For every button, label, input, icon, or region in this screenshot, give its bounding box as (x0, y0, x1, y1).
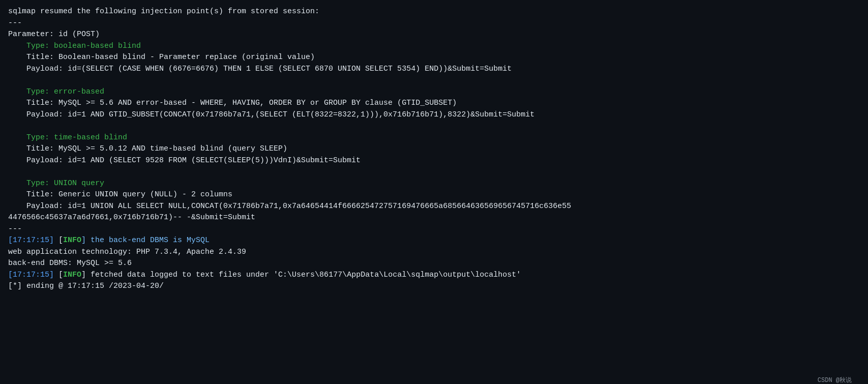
text-segment: Payload: id=1 UNION ALL SELECT NULL,CONC… (8, 202, 571, 211)
output-line-4: Type: boolean-based blind (8, 41, 860, 52)
info-tag-2: INFO (63, 271, 81, 279)
output-line-10: Payload: id=1 AND GTID_SUBSET(CONCAT(0x7… (8, 109, 860, 121)
text-segment: Type: boolean-based blind (8, 42, 141, 50)
text-segment: Type: UNION query (8, 179, 104, 188)
text-segment: Type: error-based (8, 87, 104, 96)
output-line-18b: 4476566c45637a7a6d7661,0x716b716b71)-- -… (8, 212, 860, 224)
timestamp-1: [17:17:15] (8, 236, 54, 245)
info-tag-1: INFO (63, 236, 81, 245)
text-segment: Payload: id=1 AND GTID_SUBSET(CONCAT(0x7… (8, 110, 534, 119)
text-segment: Payload: id=1 AND (SELECT 9528 FROM (SEL… (8, 156, 361, 165)
output-line-3: Parameter: id (POST) (8, 29, 860, 41)
text-segment: Title: MySQL >= 5.0.12 AND time-based bl… (8, 144, 287, 153)
output-line-22: back-end DBMS: MySQL >= 5.6 (8, 258, 860, 270)
output-line-9: Title: MySQL >= 5.6 AND error-based - WH… (8, 98, 860, 109)
output-line-23: [17:17:15] [INFO] fetched data logged to… (8, 270, 860, 281)
terminal-window: sqlmap resumed the following injection p… (8, 6, 860, 384)
watermark: CSDN @秋说 (818, 376, 852, 384)
output-line-14: Payload: id=1 AND (SELECT 9528 FROM (SEL… (8, 155, 860, 167)
output-line-16: Type: UNION query (8, 178, 860, 190)
text-segment: [*] ending @ 17:17:15 /2023-04-20/ (8, 282, 164, 290)
output-line-2: --- (8, 18, 860, 29)
output-line-24: [*] ending @ 17:17:15 /2023-04-20/ (8, 281, 860, 292)
output-line-12: Type: time-based blind (8, 132, 860, 144)
text-segment: --- (8, 19, 22, 27)
output-line-19: --- (8, 224, 860, 235)
output-line-20: [17:17:15] [INFO] the back-end DBMS is M… (8, 235, 860, 247)
output-line-blank3 (8, 166, 860, 178)
text-segment: Type: time-based blind (8, 133, 127, 142)
text-segment: ] fetched data logged to text files unde… (81, 271, 521, 279)
text-segment: Title: Boolean-based blind - Parameter r… (8, 53, 315, 62)
text-segment: Title: MySQL >= 5.6 AND error-based - WH… (8, 99, 457, 107)
output-line-21: web application technology: PHP 7.3.4, A… (8, 247, 860, 258)
text-segment: 4476566c45637a7a6d7661,0x716b716b71)-- -… (8, 213, 255, 222)
output-line-18: Payload: id=1 UNION ALL SELECT NULL,CONC… (8, 201, 860, 213)
output-line-8: Type: error-based (8, 86, 860, 98)
text-segment: ] the back-end DBMS is MySQL (81, 236, 209, 245)
text-segment: [ (54, 236, 63, 245)
text-segment: Parameter: id (POST) (8, 30, 100, 39)
text-segment: --- (8, 225, 22, 233)
text-segment: back-end DBMS: MySQL >= 5.6 (8, 259, 132, 268)
timestamp-2: [17:17:15] (8, 271, 54, 279)
output-line-5: Title: Boolean-based blind - Parameter r… (8, 52, 860, 64)
output-line-blank1 (8, 75, 860, 86)
output-line-blank2 (8, 121, 860, 132)
text-segment: web application technology: PHP 7.3.4, A… (8, 248, 246, 256)
text-segment: Title: Generic UNION query (NULL) - 2 co… (8, 190, 232, 199)
output-line-6: Payload: id=(SELECT (CASE WHEN (6676=667… (8, 64, 860, 75)
output-line-17: Title: Generic UNION query (NULL) - 2 co… (8, 189, 860, 201)
text-segment: [ (54, 271, 63, 279)
output-line-13: Title: MySQL >= 5.0.12 AND time-based bl… (8, 143, 860, 155)
text-segment: Payload: id=(SELECT (CASE WHEN (6676=667… (8, 65, 512, 73)
text-segment: sqlmap resumed the following injection p… (8, 7, 319, 16)
output-line-1: sqlmap resumed the following injection p… (8, 6, 860, 18)
